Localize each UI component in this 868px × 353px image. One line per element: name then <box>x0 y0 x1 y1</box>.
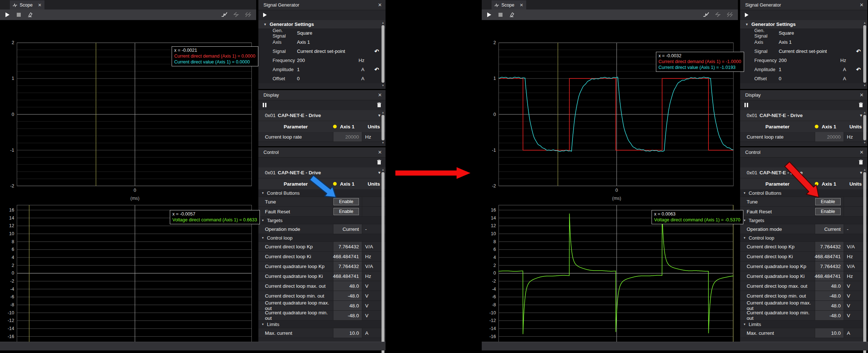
scrollbar-thumb[interactable] <box>382 115 384 140</box>
parameter-value[interactable]: 7.764432 <box>815 261 844 271</box>
scrollbar[interactable]: ▲ ▼ <box>381 21 385 88</box>
parameter-value[interactable]: Current <box>333 224 362 234</box>
scrollbar-thumb[interactable] <box>863 25 866 83</box>
scrollbar[interactable]: ▲ ▼ <box>381 111 385 145</box>
close-icon[interactable]: ✕ <box>860 92 864 98</box>
device-dropdown[interactable]: 0x01 CAP-NET-E - Drive ▼ <box>740 110 867 121</box>
fault-reset-enable-button[interactable]: Enable <box>333 208 359 215</box>
gen-signal-select[interactable]: Square <box>297 30 312 36</box>
signal-select[interactable]: Current direct set-point <box>297 49 345 54</box>
scrollbar[interactable]: ▲ ▼ <box>863 21 867 88</box>
group-header-control-loop[interactable]: ▾Control loop <box>740 234 867 242</box>
device-dropdown[interactable]: 0x01 CAP-NET-E - Drive ▼ <box>740 167 867 178</box>
fault-reset-enable-button[interactable]: Enable <box>815 208 841 215</box>
amplitude-input[interactable]: 1 <box>297 67 300 72</box>
tab-scope[interactable]: Scope ✕ <box>10 0 44 9</box>
parameter-value[interactable]: -48.0 <box>333 311 362 320</box>
parameter-value[interactable]: 468.484741 <box>815 252 844 261</box>
group-header-targets[interactable]: ▾Targets <box>258 217 386 224</box>
scrollbar[interactable]: ▲ ▼ <box>863 168 867 353</box>
pause-icon[interactable] <box>263 102 266 109</box>
scroll-up-icon[interactable]: ▲ <box>381 21 385 25</box>
signal-trace-icon[interactable] <box>220 11 228 19</box>
parameter-value[interactable]: 7.764432 <box>815 242 844 251</box>
scrollbar-thumb[interactable] <box>382 172 384 353</box>
axis-select[interactable]: Axis 1 <box>779 39 791 45</box>
stop-icon[interactable] <box>15 11 23 19</box>
scrollbar-thumb[interactable] <box>382 25 384 83</box>
undo-icon[interactable]: ↶ <box>856 48 861 55</box>
generator-play-icon[interactable] <box>744 12 748 19</box>
parameter-value[interactable]: 10.0 <box>815 328 844 338</box>
scroll-up-icon[interactable]: ▲ <box>381 111 385 115</box>
group-header-control-loop[interactable]: ▾Control loop <box>258 234 386 242</box>
tab-close-icon[interactable]: ✕ <box>520 3 523 8</box>
undo-icon[interactable]: ↶ <box>374 66 379 73</box>
parameter-value[interactable]: -48.0 <box>815 291 844 300</box>
tab-close-icon[interactable]: ✕ <box>38 3 42 8</box>
parameter-value[interactable]: 7.764432 <box>333 261 362 271</box>
scroll-up-icon[interactable]: ▲ <box>863 111 867 115</box>
signal-select[interactable]: Current direct set-point <box>779 49 827 54</box>
parameter-value[interactable]: 468.484741 <box>333 252 362 261</box>
play-icon[interactable] <box>485 11 493 19</box>
group-header-targets[interactable]: ▾Targets <box>740 217 867 224</box>
scope-chart-current[interactable]: 210-1-20(ms)x = -0.0032Current direct de… <box>498 43 734 186</box>
parameter-value[interactable]: 10.0 <box>333 328 362 338</box>
tune-enable-button[interactable]: Enable <box>333 198 359 205</box>
scope-chart-voltage[interactable]: 1614121086420-2-4-6-8-10-12-14-160(ms)x … <box>498 205 734 343</box>
parameter-value[interactable]: 48.0 <box>333 301 362 310</box>
offset-input[interactable]: 0 <box>297 76 300 81</box>
parameter-value[interactable]: 7.764432 <box>333 242 362 251</box>
scrollbar-thumb[interactable] <box>863 115 866 140</box>
frequency-input[interactable]: 200 <box>779 58 787 63</box>
parameter-value[interactable]: -48.0 <box>333 291 362 300</box>
undo-icon[interactable]: ↶ <box>374 48 379 55</box>
split-channels-icon[interactable] <box>714 11 722 19</box>
scroll-up-icon[interactable]: ▲ <box>863 168 867 172</box>
parameter-value[interactable]: 48.0 <box>333 281 362 291</box>
tab-scope[interactable]: Scope ✕ <box>492 0 526 9</box>
scroll-down-icon[interactable]: ▼ <box>381 84 385 88</box>
parameter-value[interactable]: 48.0 <box>815 301 844 310</box>
parameter-value[interactable]: 468.484741 <box>815 271 844 281</box>
group-header-limits[interactable]: ▾Limits <box>258 321 386 328</box>
close-icon[interactable]: ✕ <box>860 2 864 8</box>
tune-enable-button[interactable]: Enable <box>815 198 841 205</box>
generator-play-icon[interactable] <box>263 12 267 19</box>
trash-icon[interactable] <box>859 102 863 109</box>
scrollbar[interactable]: ▲ ▼ <box>381 168 385 353</box>
gen-signal-select[interactable]: Square <box>779 30 794 36</box>
scroll-down-icon[interactable]: ▼ <box>381 141 385 145</box>
frequency-input[interactable]: 200 <box>297 58 305 63</box>
parameter-value[interactable]: Current <box>815 224 844 234</box>
grid-channels-icon[interactable] <box>726 11 734 19</box>
scrollbar-thumb[interactable] <box>863 172 866 353</box>
scrollbar[interactable]: ▲ ▼ <box>863 111 867 145</box>
scope-chart-current[interactable]: 210-1-20(ms)x = -0.0021Current direct de… <box>17 43 252 186</box>
stop-icon[interactable] <box>496 11 504 19</box>
group-header-limits[interactable]: ▾Limits <box>740 321 867 328</box>
device-dropdown[interactable]: 0x01 CAP-NET-E - Drive ▼ <box>258 167 386 178</box>
scope-chart-voltage[interactable]: 1614121086420-2-4-6-8-10-12-14-160(ms)x … <box>17 205 252 343</box>
plot-canvas[interactable] <box>17 205 252 343</box>
parameter-value[interactable]: 468.484741 <box>333 271 362 281</box>
trash-icon[interactable] <box>377 102 381 109</box>
amplitude-input[interactable]: 1 <box>779 67 781 72</box>
grid-channels-icon[interactable] <box>244 11 252 19</box>
plot-canvas[interactable] <box>498 205 734 343</box>
close-icon[interactable]: ✕ <box>860 150 864 155</box>
split-channels-icon[interactable] <box>232 11 240 19</box>
scroll-up-icon[interactable]: ▲ <box>381 168 385 172</box>
signal-trace-icon[interactable] <box>702 11 710 19</box>
close-icon[interactable]: ✕ <box>378 150 382 155</box>
close-icon[interactable]: ✕ <box>378 2 382 8</box>
offset-input[interactable]: 0 <box>779 76 781 81</box>
parameter-value[interactable]: -48.0 <box>815 311 844 320</box>
clear-eraser-icon[interactable] <box>26 11 34 19</box>
pause-icon[interactable] <box>744 102 748 109</box>
group-header-control-buttons[interactable]: ▾Control Buttons <box>258 189 386 197</box>
parameter-value[interactable]: 48.0 <box>815 281 844 291</box>
axis-select[interactable]: Axis 1 <box>297 39 310 45</box>
group-header-control-buttons[interactable]: ▾Control Buttons <box>740 189 867 197</box>
